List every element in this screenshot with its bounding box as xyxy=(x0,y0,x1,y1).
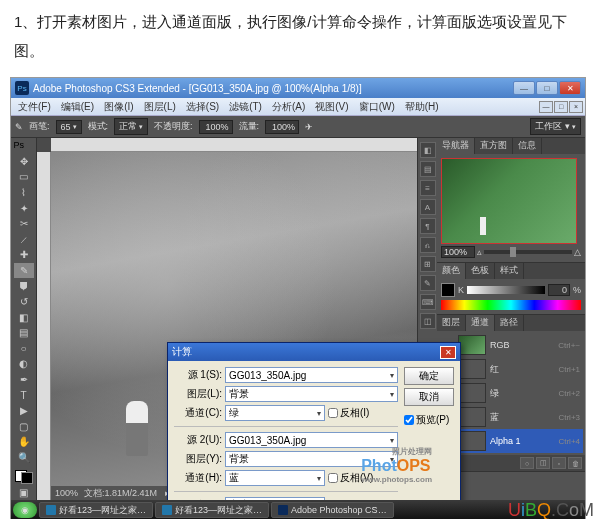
type-tool[interactable]: T xyxy=(14,388,34,403)
foreground-swatch[interactable] xyxy=(441,283,455,297)
window-minimize-button[interactable]: — xyxy=(513,81,535,95)
healing-tool[interactable]: ✚ xyxy=(14,248,34,263)
tab-layers[interactable]: 图层 xyxy=(437,315,466,331)
doc-close-button[interactable]: × xyxy=(569,101,583,113)
new-channel-icon[interactable]: ▫ xyxy=(552,457,566,469)
zoom-slider[interactable] xyxy=(484,250,572,254)
strip-icon-6[interactable]: ⎌ xyxy=(420,237,436,253)
ps-icon: Ps xyxy=(14,140,34,153)
menu-image[interactable]: 图像(I) xyxy=(99,100,138,114)
color-swatch[interactable] xyxy=(15,470,33,485)
brush-tool[interactable]: ✎ xyxy=(14,263,34,278)
doc-restore-button[interactable]: □ xyxy=(554,101,568,113)
dodge-tool[interactable]: ◐ xyxy=(14,357,34,372)
gradient-tool[interactable]: ▤ xyxy=(14,326,34,341)
quickmask-toggle[interactable]: ▣ xyxy=(14,485,34,500)
marquee-tool[interactable]: ▭ xyxy=(14,170,34,185)
tab-swatches[interactable]: 色板 xyxy=(466,263,495,279)
k-slider[interactable] xyxy=(467,286,545,294)
flow-label: 流量: xyxy=(239,120,260,133)
tab-navigator[interactable]: 导航器 xyxy=(437,138,475,154)
channel2-select[interactable]: 蓝 xyxy=(225,470,325,486)
eraser-tool[interactable]: ◧ xyxy=(14,310,34,325)
delete-channel-icon[interactable]: 🗑 xyxy=(568,457,582,469)
ok-button[interactable]: 确定 xyxy=(404,367,454,385)
zoom-level[interactable]: 100% xyxy=(55,488,78,498)
zoom-in-icon[interactable]: △ xyxy=(574,247,581,257)
shape-tool[interactable]: ▢ xyxy=(14,419,34,434)
taskbar-item-1[interactable]: 好看123—网址之家… xyxy=(39,502,153,518)
menu-window[interactable]: 窗口(W) xyxy=(354,100,400,114)
crop-tool[interactable]: ✂ xyxy=(14,216,34,231)
preview-checkbox[interactable]: 预览(P) xyxy=(404,413,454,427)
navigator-thumbnail[interactable] xyxy=(441,158,577,244)
window-title: Adobe Photoshop CS3 Extended - [GG013_35… xyxy=(33,83,362,94)
k-value-input[interactable]: 0 xyxy=(548,284,570,296)
window-titlebar: Ps Adobe Photoshop CS3 Extended - [GG013… xyxy=(11,78,585,98)
move-tool[interactable]: ✥ xyxy=(14,154,34,169)
zoom-out-icon[interactable]: ▵ xyxy=(477,247,482,257)
tab-histogram[interactable]: 直方图 xyxy=(475,138,513,154)
menu-layer[interactable]: 图层(L) xyxy=(139,100,181,114)
save-selection-icon[interactable]: ◫ xyxy=(536,457,550,469)
tab-styles[interactable]: 样式 xyxy=(495,263,524,279)
strip-icon-10[interactable]: ◫ xyxy=(420,313,436,329)
zoom-tool[interactable]: 🔍 xyxy=(14,450,34,465)
color-spectrum[interactable] xyxy=(441,300,581,310)
start-button[interactable]: ◉ xyxy=(13,502,37,518)
stamp-tool[interactable]: ⛊ xyxy=(14,279,34,294)
menu-help[interactable]: 帮助(H) xyxy=(400,100,444,114)
airbrush-icon[interactable]: ✈ xyxy=(305,122,313,132)
hand-tool[interactable]: ✋ xyxy=(14,435,34,450)
dialog-close-button[interactable]: ✕ xyxy=(440,346,456,359)
load-selection-icon[interactable]: ○ xyxy=(520,457,534,469)
strip-icon-7[interactable]: ⊞ xyxy=(420,256,436,272)
menu-analysis[interactable]: 分析(A) xyxy=(267,100,310,114)
menu-filter[interactable]: 滤镜(T) xyxy=(224,100,267,114)
menu-edit[interactable]: 编辑(E) xyxy=(56,100,99,114)
wand-tool[interactable]: ✦ xyxy=(14,201,34,216)
cancel-button[interactable]: 取消 xyxy=(404,388,454,406)
tab-channels[interactable]: 通道 xyxy=(466,315,495,331)
workspace-switcher[interactable]: 工作区 ▾ xyxy=(530,118,581,135)
lasso-tool[interactable]: ⌇ xyxy=(14,185,34,200)
history-brush-tool[interactable]: ↺ xyxy=(14,294,34,309)
horizontal-ruler xyxy=(51,138,437,152)
menu-file[interactable]: 文件(F) xyxy=(13,100,56,114)
dialog-titlebar[interactable]: 计算 ✕ xyxy=(168,343,460,361)
tab-paths[interactable]: 路径 xyxy=(495,315,524,331)
strip-icon-5[interactable]: ¶ xyxy=(420,218,436,234)
strip-icon-8[interactable]: ✎ xyxy=(420,275,436,291)
tab-color[interactable]: 颜色 xyxy=(437,263,466,279)
window-maximize-button[interactable]: □ xyxy=(536,81,558,95)
source1-select[interactable]: GG013_350A.jpg xyxy=(225,367,398,383)
layer1-select[interactable]: 背景 xyxy=(225,386,398,402)
flow-input[interactable]: 100% xyxy=(265,120,299,134)
doc-minimize-button[interactable]: — xyxy=(539,101,553,113)
strip-icon-1[interactable]: ◧ xyxy=(420,142,436,158)
window-close-button[interactable]: ✕ xyxy=(559,81,581,95)
navigator-zoom-input[interactable]: 100% xyxy=(441,246,475,258)
strip-icon-2[interactable]: ▤ xyxy=(420,161,436,177)
menu-view[interactable]: 视图(V) xyxy=(310,100,353,114)
brush-picker[interactable]: 65 xyxy=(56,120,82,134)
blur-tool[interactable]: ○ xyxy=(14,341,34,356)
strip-icon-3[interactable]: ≡ xyxy=(420,180,436,196)
doc-size: 文档:1.81M/2.41M xyxy=(84,487,157,500)
eyedropper-tool[interactable]: ⟋ xyxy=(14,232,34,247)
tab-info[interactable]: 信息 xyxy=(513,138,542,154)
strip-icon-4[interactable]: A xyxy=(420,199,436,215)
invert1-checkbox[interactable]: 反相(I) xyxy=(328,406,369,420)
menu-select[interactable]: 选择(S) xyxy=(181,100,224,114)
blend-mode-select[interactable]: 正常 xyxy=(114,118,148,135)
opacity-input[interactable]: 100% xyxy=(199,120,233,134)
taskbar-item-2[interactable]: 好看123—网址之家… xyxy=(155,502,269,518)
channel1-select[interactable]: 绿 xyxy=(225,405,325,421)
taskbar-item-3[interactable]: Adobe Photoshop CS… xyxy=(271,502,394,518)
opacity-label: 不透明度: xyxy=(154,120,193,133)
tool-preset-icon[interactable]: ✎ xyxy=(15,122,23,132)
path-select-tool[interactable]: ▶ xyxy=(14,403,34,418)
pen-tool[interactable]: ✒ xyxy=(14,372,34,387)
channel1-label: 通道(C): xyxy=(174,406,222,420)
strip-icon-9[interactable]: ⌨ xyxy=(420,294,436,310)
